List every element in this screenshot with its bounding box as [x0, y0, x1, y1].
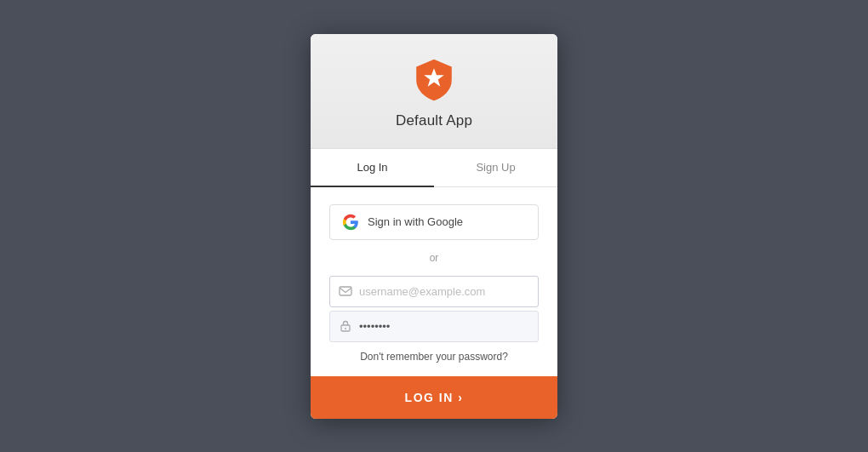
login-button[interactable]: LOG IN ›	[311, 376, 557, 419]
login-btn-label: LOG IN ›	[405, 391, 464, 404]
email-input[interactable]	[359, 277, 529, 306]
card-header: Default App	[311, 34, 557, 149]
divider-or: or	[329, 252, 539, 264]
card-body: Sign in with Google or	[311, 187, 557, 376]
email-input-wrapper	[329, 276, 539, 307]
email-icon	[339, 284, 352, 298]
password-input[interactable]	[359, 312, 529, 341]
password-input-wrapper	[329, 311, 539, 342]
tab-signup[interactable]: Sign Up	[434, 149, 557, 187]
app-logo-icon	[412, 58, 456, 102]
google-signin-button[interactable]: Sign in with Google	[329, 204, 539, 240]
svg-point-3	[345, 328, 346, 329]
app-title: Default App	[396, 112, 472, 129]
forgot-password-link[interactable]: Don't remember your password?	[329, 351, 539, 363]
input-group	[329, 276, 539, 342]
tab-login[interactable]: Log In	[311, 149, 434, 187]
svg-rect-1	[340, 287, 351, 295]
google-btn-label: Sign in with Google	[368, 215, 463, 228]
login-card: Default App Log In Sign Up Sign in with …	[311, 34, 557, 419]
google-icon	[342, 214, 359, 231]
lock-icon	[339, 319, 352, 333]
auth-tabs: Log In Sign Up	[311, 149, 557, 187]
